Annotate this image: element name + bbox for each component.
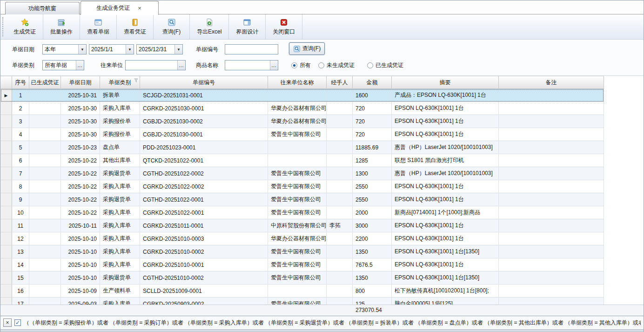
cell-generated[interactable] xyxy=(29,102,61,115)
cell-summary[interactable]: EPSON LQ-630K[1001] 1台 xyxy=(392,115,499,128)
export-excel-button[interactable]: 导出Excel xyxy=(190,14,229,39)
row-selector[interactable] xyxy=(0,167,12,180)
cell-summary[interactable]: 惠普（HP）LaserJet 1020/[100101003] xyxy=(392,167,499,180)
cell-generated[interactable] xyxy=(29,180,61,193)
cell-type[interactable]: 采购入库单 xyxy=(100,232,140,245)
cell-partner[interactable]: 爱普生中国有限公司 xyxy=(268,298,327,305)
filter-checkbox[interactable]: ✓ xyxy=(14,319,21,326)
cell-generated[interactable] xyxy=(29,271,61,285)
tab-generate-voucher[interactable]: 生成业务凭证 × xyxy=(80,1,159,15)
cell-generated[interactable] xyxy=(29,206,61,219)
cell-partner[interactable]: 爱普生中国有限公司 xyxy=(268,180,327,193)
search-button[interactable]: 查询(F) xyxy=(289,42,325,55)
cell-amount[interactable]: 1350 xyxy=(353,271,392,285)
tab-close-icon[interactable]: × xyxy=(136,5,143,12)
cell-summary[interactable]: EPSON LQ-630K[1001] 1台[1350] xyxy=(392,245,499,258)
cell-amount[interactable]: 2000 xyxy=(353,206,392,219)
cell-amount[interactable]: 1350 xyxy=(353,245,392,258)
cell-partner[interactable]: 爱普生中国有限公司 xyxy=(268,258,327,271)
cell-partner[interactable]: 爱普生中国有限公司 xyxy=(268,193,327,206)
date-from-combo[interactable]: 2025/1/1 ▼ xyxy=(89,44,134,54)
cell-remark[interactable] xyxy=(499,180,604,193)
cell-generated[interactable] xyxy=(29,193,61,206)
cell-seq[interactable]: 8 xyxy=(12,180,29,193)
cell-partner[interactable]: 华夏办公器材有限公司 xyxy=(268,102,327,115)
cell-doc_no[interactable]: CGRKD-20251022-0002 xyxy=(140,180,268,193)
cell-date[interactable]: 2025-10-22 xyxy=(61,180,100,193)
view-voucher-button[interactable]: 查看凭证 xyxy=(117,14,154,39)
ellipsis-icon[interactable]: … xyxy=(270,61,278,70)
cell-amount[interactable]: 720 xyxy=(353,102,392,115)
column-header-doc_no[interactable]: 单据编号 xyxy=(140,76,268,89)
cell-summary[interactable]: 松下热敏传真机[100102001] 1台[800]; xyxy=(392,285,499,298)
cell-handler[interactable] xyxy=(327,285,353,298)
query-button[interactable]: 查询(F) xyxy=(154,14,190,39)
cell-seq[interactable]: 9 xyxy=(12,193,29,206)
cell-amount[interactable]: 2550 xyxy=(353,193,392,206)
cell-summary[interactable]: EPSON LQ-630K[1001] 1台 xyxy=(392,193,499,206)
radio-not-generated[interactable]: 未生成凭证 xyxy=(318,61,355,69)
cell-date[interactable]: 2025-10-22 xyxy=(61,193,100,206)
cell-remark[interactable] xyxy=(499,258,604,271)
cell-type[interactable]: 采购入库单 xyxy=(100,206,140,219)
cell-amount[interactable]: 720 xyxy=(353,115,392,128)
cell-date[interactable]: 2025-10-30 xyxy=(61,128,100,141)
close-window-button[interactable]: 关闭窗口 xyxy=(266,14,302,39)
cell-summary[interactable]: 新商品[0714001] 1个[1000];新商品 xyxy=(392,206,499,219)
cell-generated[interactable] xyxy=(29,89,61,102)
row-selector[interactable] xyxy=(0,128,12,141)
cell-handler[interactable] xyxy=(327,193,353,206)
row-selector[interactable] xyxy=(0,298,12,305)
cell-type[interactable]: 其他出库单 xyxy=(100,154,140,167)
cell-seq[interactable]: 12 xyxy=(12,232,29,245)
generate-voucher-button[interactable]: 生成凭证 xyxy=(7,14,43,39)
cell-handler[interactable] xyxy=(327,128,353,141)
cell-date[interactable]: 2025-10-30 xyxy=(61,115,100,128)
row-selector[interactable] xyxy=(0,154,12,167)
cell-date[interactable]: 2025-10-23 xyxy=(61,141,100,154)
cell-type[interactable]: 采购入库单 xyxy=(100,219,140,232)
cell-amount[interactable]: 800 xyxy=(353,285,392,298)
cell-doc_no[interactable]: CGRKD-20251010-0002 xyxy=(140,245,268,258)
filter-funnel-icon[interactable] xyxy=(134,78,138,82)
cell-handler[interactable] xyxy=(327,141,353,154)
cell-summary[interactable]: EPSON LQ-630K[1001] 1台 xyxy=(392,180,499,193)
cell-handler[interactable] xyxy=(327,232,353,245)
cell-date[interactable]: 2025-10-09 xyxy=(61,285,100,298)
cell-date[interactable]: 2025-10-10 xyxy=(61,271,100,285)
cell-partner[interactable]: 爱普生中国有限公司 xyxy=(268,206,327,219)
cell-summary[interactable]: EPSON LQ-630K[1001] 1台 xyxy=(392,128,499,141)
cell-date[interactable]: 2025-10-10 xyxy=(61,232,100,245)
cell-amount[interactable]: 1300 xyxy=(353,167,392,180)
cell-seq[interactable]: 17 xyxy=(12,298,29,305)
cell-handler[interactable] xyxy=(327,154,353,167)
cell-handler[interactable] xyxy=(327,206,353,219)
row-selector[interactable] xyxy=(0,232,12,245)
cell-summary[interactable]: 惠普（HP）LaserJet 1020/[100101003] xyxy=(392,141,499,154)
cell-seq[interactable]: 2 xyxy=(12,102,29,115)
doc-type-picker[interactable]: 所有单据 … xyxy=(42,60,84,70)
radio-generated[interactable]: 已生成凭证 xyxy=(367,61,403,69)
cell-date[interactable]: 2025-10-10 xyxy=(61,245,100,258)
cell-amount[interactable]: 11885.69 xyxy=(353,141,392,154)
column-header-partner[interactable]: 往来单位名称 xyxy=(268,76,327,89)
cell-date[interactable]: 2025-10-22 xyxy=(61,206,100,219)
cell-type[interactable]: 盘点单 xyxy=(100,141,140,154)
cell-type[interactable]: 采购入库单 xyxy=(100,258,140,271)
cell-remark[interactable] xyxy=(499,271,604,285)
cell-handler[interactable]: 李拓 xyxy=(327,219,353,232)
cell-summary[interactable]: EPSON LQ-630K[1001] 1台 xyxy=(392,232,499,245)
cell-partner[interactable]: 华夏办公器材有限公司 xyxy=(268,232,327,245)
cell-type[interactable]: 采购退货单 xyxy=(100,271,140,285)
cell-doc_no[interactable]: SCJGD-20251031-0001 xyxy=(140,89,268,102)
cell-type[interactable]: 采购报价单 xyxy=(100,128,140,141)
cell-doc_no[interactable]: SCLLD-20251009-0001 xyxy=(140,285,268,298)
cell-seq[interactable]: 11 xyxy=(12,219,29,232)
cell-remark[interactable] xyxy=(499,193,604,206)
cell-type[interactable]: 采购报价单 xyxy=(100,115,140,128)
cell-amount[interactable]: 125 xyxy=(353,298,392,305)
cell-doc_no[interactable]: QTCKD-20251022-0001 xyxy=(140,154,268,167)
cell-generated[interactable] xyxy=(29,115,61,128)
cell-seq[interactable]: 13 xyxy=(12,245,29,258)
date-range-combo[interactable]: 本年 ▼ xyxy=(42,44,87,54)
